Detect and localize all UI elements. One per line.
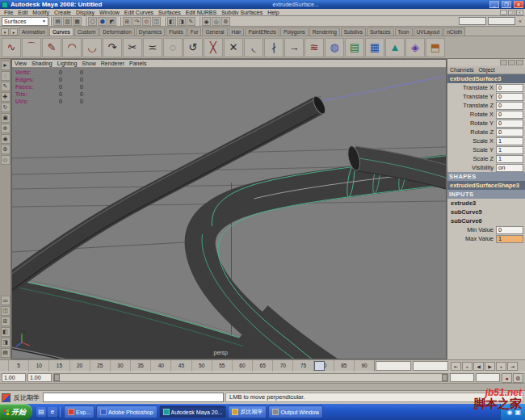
internet-explorer-icon[interactable]: e [48,407,57,417]
playback-start-field[interactable]: 1.00 [27,373,52,382]
last-tool-icon[interactable]: ◇ [1,155,10,165]
time-tick-45[interactable]: 45 [170,360,191,372]
auto-key-button[interactable]: ● [502,373,512,383]
attach-curves-icon[interactable]: ↷ [103,38,122,57]
channel-value-min-value[interactable]: 0 [496,226,523,234]
cv-curve-tool-icon[interactable]: ∿ [2,38,21,57]
menu-file[interactable]: File [2,10,15,15]
child-close-button[interactable]: ✕ [516,10,523,15]
menu-set-dropdown[interactable]: Surfaces ▼ [2,17,48,26]
planar-icon[interactable]: ▦ [365,38,384,57]
key-snap-field[interactable] [413,361,448,371]
viewport-canvas[interactable]: y persp Verts:00Edges:00Faces:00Tris:00U… [12,68,446,359]
channel-value-scale-z[interactable]: 1 [496,155,523,163]
minimize-button[interactable]: _ [489,1,499,8]
channel-row-subcurve6[interactable]: subCurve6 [447,216,525,225]
shelf-tab-fluids[interactable]: Fluids [166,27,186,36]
persp-graph-layout-icon[interactable]: ◨ [1,338,10,347]
shelf-tab-subdivs[interactable]: Subdivs [341,27,366,36]
channel-row-translate-z[interactable]: Translate Z0 [447,101,525,110]
channel-row-subcurve5[interactable]: subCurve5 [447,208,525,216]
render-frame-icon[interactable]: ◉ [202,17,211,26]
insert-knot-icon[interactable]: ∤ [264,38,284,57]
time-tick-85[interactable]: 85 [334,360,354,372]
paint-select-tool-icon[interactable]: ✎ [1,82,10,91]
pencil-curve-tool-icon[interactable]: ✎ [42,38,61,57]
anim-start-field[interactable]: 1.00 [2,373,26,382]
channel-row-rotate-z[interactable]: Rotate Z0 [447,128,525,136]
channel-row-scale-y[interactable]: Scale Y1 [447,145,525,154]
shelf-tab-animation[interactable]: Animation [19,27,48,36]
two-pane-layout-icon[interactable]: ◫ [1,306,10,316]
time-tick-55[interactable]: 55 [212,360,232,372]
menu-display[interactable]: Display [74,10,97,15]
task-button-adobe-photoshop[interactable]: Adobe Photoshop [96,405,158,418]
panel-menu-shading[interactable]: Shading [32,61,57,66]
snap-curve-icon[interactable]: ↷ [132,17,141,26]
shelf-menu-button[interactable]: ▾ [1,28,9,36]
channel-row-extrude3[interactable]: extrude3 [447,199,525,208]
channel-value-rotate-x[interactable]: 0 [496,111,523,119]
panel-menu-renderer[interactable]: Renderer [101,61,129,66]
time-tick-50[interactable]: 50 [191,360,212,372]
universal-manip-tool-icon[interactable]: ⊕ [1,124,10,133]
open-close-curve-icon[interactable]: ◌ [163,38,183,57]
child-maximize-button[interactable]: ❐ [508,10,515,15]
panel-menu-view[interactable]: View [15,61,32,66]
channel-row-extrudedsurfaceshape3[interactable]: extrudedSurfaceShape3 [447,181,525,190]
task-button-exp[interactable]: Exp... [64,405,94,418]
shelf-tab-dynamics[interactable]: Dynamics [136,27,166,36]
quick-select-field[interactable] [459,17,486,25]
menu-edit-curves[interactable]: Edit Curves [122,10,156,15]
shelf-tab-deformation[interactable]: Deformation [99,27,134,36]
menu-help[interactable]: Help [265,10,281,15]
range-end-handle[interactable] [442,374,447,381]
ipr-render-icon[interactable]: ◎ [212,17,220,26]
channel-row-rotate-y[interactable]: Rotate Y0 [447,119,525,128]
manip-slow-icon[interactable] [508,60,515,65]
time-tick-20[interactable]: 20 [69,360,90,372]
anim-preferences-button[interactable]: ⚙ [513,373,523,383]
channel-row-rotate-x[interactable]: Rotate X0 [447,110,525,119]
time-tick-65[interactable]: 65 [252,360,272,372]
step-back-button[interactable]: « [462,362,472,371]
align-curves-icon[interactable]: ≍ [143,38,162,57]
channel-value-scale-x[interactable]: 1 [496,137,523,145]
cut-curve-icon[interactable]: ╳ [204,38,223,57]
playback-end-field[interactable] [450,373,474,382]
shelf-tab-fur[interactable]: Fur [187,27,202,36]
menu-create[interactable]: Create [52,10,74,15]
channel-row-scale-z[interactable]: Scale Z1 [447,154,525,163]
time-tick-15[interactable]: 15 [48,360,69,372]
select-component-icon[interactable]: ◩ [107,17,116,26]
revolve-icon[interactable]: ◍ [325,38,344,57]
play-backwards-button[interactable]: ◀ [473,362,484,371]
channel-value-translate-z[interactable]: 0 [496,102,523,110]
menu-subdiv-surfaces[interactable]: Subdiv Surfaces [219,10,265,15]
single-pane-layout-icon[interactable]: ▭ [1,296,10,305]
four-pane-layout-icon[interactable]: ⊞ [1,317,10,326]
persp-outliner-layout-icon[interactable]: ◧ [1,327,10,337]
open-scene-icon[interactable]: ▥ [63,17,72,26]
time-tick-75[interactable]: 75 [292,360,313,372]
task-button-autodesk-maya-20[interactable]: Autodesk Maya 20... [159,405,227,418]
select-object-icon[interactable]: ⬢ [98,17,107,26]
snap-point-icon[interactable]: ⊙ [142,17,151,26]
close-button[interactable]: ✕ [514,1,523,8]
channels-menu[interactable]: Channels [450,67,474,73]
command-line-input[interactable] [43,393,224,402]
current-time-field[interactable] [376,361,411,371]
menu-surfaces[interactable]: Surfaces [156,10,183,15]
channel-row-min-value[interactable]: Min Value0 [447,225,525,234]
shelf-tab-surfaces[interactable]: Surfaces [367,27,394,36]
panel-menu-panels[interactable]: Panels [129,61,151,66]
time-tick-5[interactable]: 5 [8,360,28,372]
new-scene-icon[interactable]: ▤ [53,17,62,26]
quick-rename-field[interactable] [488,17,515,25]
boundary-icon[interactable]: ⬒ [426,38,445,57]
intersect-curves-icon[interactable]: ✕ [224,38,243,57]
scale-tool-icon[interactable]: ▣ [1,113,10,123]
shelf-tab-custom[interactable]: Custom [74,27,99,36]
extend-curve-icon[interactable]: → [284,38,304,57]
birail-icon[interactable]: ◈ [405,38,425,57]
